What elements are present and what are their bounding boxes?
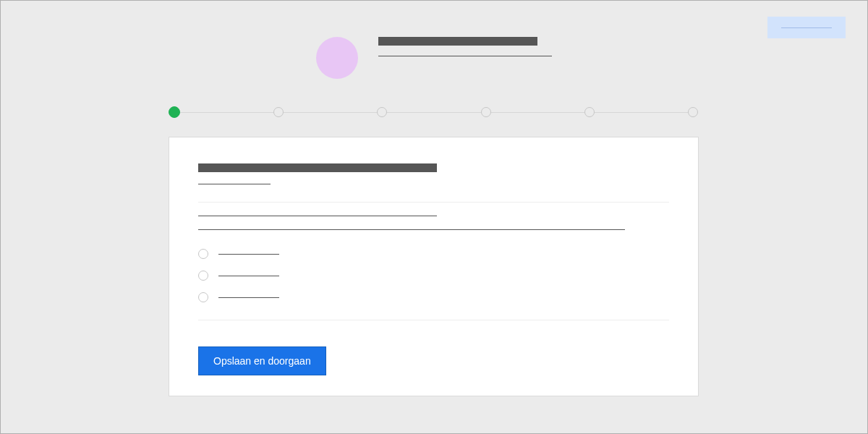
radio-icon: [198, 249, 208, 259]
avatar-icon: [316, 37, 358, 79]
divider: [198, 320, 669, 320]
save-continue-button[interactable]: Opslaan en doorgaan: [198, 346, 326, 375]
divider: [198, 202, 669, 203]
radio-icon: [198, 292, 208, 302]
step-connector: [595, 112, 688, 113]
section-subtitle: [198, 184, 271, 184]
radio-group: [198, 249, 669, 302]
step-1[interactable]: [169, 106, 180, 118]
radio-option-2[interactable]: [198, 271, 669, 281]
section-title: [198, 163, 437, 172]
detail-text: [198, 229, 625, 230]
radio-option-3[interactable]: [198, 292, 669, 302]
question-text: [198, 216, 437, 216]
step-2[interactable]: [273, 107, 284, 117]
radio-label: [218, 276, 279, 276]
step-connector: [284, 112, 377, 113]
step-5[interactable]: [584, 107, 595, 117]
radio-label: [218, 254, 279, 255]
step-connector: [491, 112, 584, 113]
radio-label: [218, 297, 279, 298]
step-4[interactable]: [481, 107, 491, 117]
radio-option-1[interactable]: [198, 249, 669, 259]
step-connector: [180, 112, 273, 113]
step-3[interactable]: [377, 107, 387, 117]
step-connector: [387, 112, 480, 113]
top-secondary-button-label: [781, 27, 832, 28]
radio-icon: [198, 271, 208, 281]
page-subtitle: [378, 56, 552, 56]
form-card: Opslaan en doorgaan: [169, 137, 699, 396]
progress-stepper: [169, 106, 698, 118]
top-secondary-button[interactable]: [767, 17, 846, 38]
step-6[interactable]: [688, 107, 698, 117]
header-text: [378, 37, 552, 56]
page-title: [378, 37, 537, 46]
header: [1, 37, 867, 79]
